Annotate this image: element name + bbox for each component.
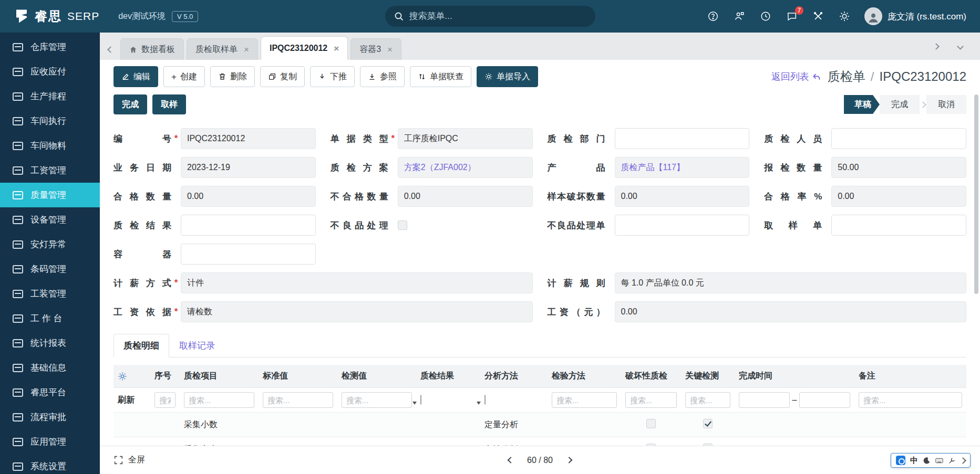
refresh-button[interactable]: 刷新	[118, 395, 135, 404]
back-to-list-link[interactable]: 返回列表	[771, 70, 821, 83]
product-input[interactable]	[615, 157, 750, 178]
copy-button[interactable]: 复制	[260, 66, 305, 87]
standard-filter-input[interactable]	[263, 392, 333, 408]
key-check-filter-input[interactable]	[685, 392, 730, 408]
settings-button[interactable]	[838, 10, 851, 23]
help-button[interactable]	[707, 10, 719, 23]
tab-sampling-record[interactable]: 取样记录	[169, 334, 225, 357]
sidebar-item-production-schedule[interactable]: 生产排程	[0, 84, 100, 109]
sidebar-item-workshop-execution[interactable]: 车间执行	[0, 109, 100, 133]
tabs-scroll-right-button[interactable]	[929, 36, 943, 57]
prev-page-button[interactable]	[503, 452, 519, 468]
report-qty-input[interactable]	[831, 157, 966, 178]
sidebar-item-receivable-payable[interactable]: 应收应付	[0, 59, 100, 84]
seq-filter-input[interactable]	[154, 392, 176, 408]
result-filter-select[interactable]	[420, 395, 421, 405]
tabs-scroll-left-button[interactable]	[103, 39, 118, 60]
ime-toolbar[interactable]: 中	[891, 453, 971, 468]
ime-expand-icon[interactable]	[960, 457, 966, 464]
destroy-qty-input[interactable]	[615, 186, 750, 207]
analysis-filter-select[interactable]	[484, 395, 486, 405]
fullscreen-button[interactable]: 全屏	[114, 455, 145, 466]
destructive-checkbox[interactable]	[646, 419, 656, 428]
menu-search[interactable]	[385, 6, 595, 27]
vertical-scrollbar[interactable]	[974, 94, 978, 294]
table-row[interactable]: 采集小数 定量分析	[114, 413, 966, 437]
sidebar-item-app-management[interactable]: 应用管理	[0, 429, 100, 454]
sidebar-item-workbench[interactable]: 工 作 台	[0, 306, 100, 331]
column-settings-icon[interactable]	[118, 372, 127, 381]
tab-qc-sampling[interactable]: 质检取样单 ×	[187, 38, 258, 60]
remark-filter-input[interactable]	[859, 392, 962, 408]
tab-ipqc23120012[interactable]: IPQC23120012 ×	[261, 36, 348, 60]
delete-button[interactable]: 删除	[210, 66, 255, 87]
sidebar-item-base-info[interactable]: 基础信息	[0, 355, 100, 380]
close-icon[interactable]: ×	[387, 45, 393, 54]
sidebar-item-andon[interactable]: 安灯异常	[0, 232, 100, 257]
fail-qty-input[interactable]	[398, 186, 533, 207]
sidebar-item-salary[interactable]: 工资管理	[0, 158, 100, 183]
sidebar-item-approval[interactable]: 流程审批	[0, 405, 100, 429]
method-filter-input[interactable]	[552, 392, 617, 408]
sidebar-item-equipment[interactable]: 设备管理	[0, 207, 100, 232]
pass-rate-input[interactable]	[831, 186, 966, 207]
pay-method-input[interactable]	[181, 272, 533, 293]
tab-dashboard[interactable]: 数据看板	[120, 38, 184, 60]
sample-action-button[interactable]: 取样	[152, 94, 186, 114]
defect-handle-checkbox[interactable]	[398, 220, 407, 230]
ime-moon-icon[interactable]	[923, 457, 931, 465]
next-page-button[interactable]	[561, 452, 577, 468]
sidebar-item-quality[interactable]: 质量管理	[0, 183, 100, 207]
sidebar-item-workshop-material[interactable]: 车间物料	[0, 133, 100, 158]
messages-button[interactable]: 7	[786, 10, 798, 23]
guide-button[interactable]	[733, 10, 746, 23]
finish-time-end-input[interactable]	[799, 392, 850, 408]
pay-rule-input[interactable]	[615, 272, 967, 293]
salary-yuan-input[interactable]	[615, 301, 967, 322]
sidebar-item-statistics[interactable]: 统计报表	[0, 331, 100, 355]
complete-action-button[interactable]: 完成	[114, 94, 147, 114]
ime-logo-icon[interactable]	[896, 456, 905, 465]
push-down-button[interactable]: 下推	[310, 66, 355, 87]
create-button[interactable]: + 创建	[163, 66, 205, 87]
qc-result-input[interactable]	[181, 215, 316, 236]
doc-import-button[interactable]: 单据导入	[477, 66, 538, 87]
close-icon[interactable]: ×	[244, 45, 249, 54]
qc-person-input[interactable]	[831, 128, 966, 149]
salary-basis-input[interactable]	[181, 301, 533, 322]
sidebar-item-barcode[interactable]: 条码管理	[0, 257, 100, 281]
user-menu[interactable]: 庞文清 (rs.test.com)	[864, 7, 966, 25]
key-check-checkbox[interactable]	[703, 419, 713, 428]
tabs-list-button[interactable]	[953, 36, 967, 57]
qc-plan-input[interactable]	[398, 157, 533, 178]
code-input[interactable]	[181, 128, 316, 149]
item-filter-input[interactable]	[184, 392, 254, 408]
doc-link-query-button[interactable]: 单据联查	[410, 66, 471, 87]
tools-button[interactable]	[812, 10, 824, 23]
doc-type-input[interactable]	[398, 128, 533, 149]
sidebar-item-system-settings[interactable]: 系统设置	[0, 454, 100, 474]
sidebar-item-platform[interactable]: 睿思平台	[0, 380, 100, 405]
table-row[interactable]: 采集文本 定性分析	[114, 437, 966, 446]
measured-filter-input[interactable]	[342, 392, 412, 408]
defect-doc-input[interactable]	[615, 215, 750, 236]
ime-language-toggle[interactable]: 中	[910, 456, 918, 466]
history-button[interactable]	[759, 10, 772, 23]
edit-button[interactable]: 编辑	[114, 66, 158, 87]
tab-qc-detail[interactable]: 质检明细	[114, 334, 169, 357]
menu-search-input[interactable]	[409, 11, 587, 22]
biz-date-input[interactable]	[181, 157, 316, 178]
ime-wrench-icon[interactable]	[948, 457, 956, 465]
tab-container3[interactable]: 容器3 ×	[350, 38, 401, 60]
reference-button[interactable]: 参照	[360, 66, 405, 87]
qc-dept-input[interactable]	[615, 128, 750, 149]
sample-doc-input[interactable]	[831, 215, 966, 236]
container-input[interactable]	[181, 244, 316, 265]
destructive-filter-input[interactable]	[625, 392, 677, 408]
ime-keyboard-icon[interactable]	[935, 457, 943, 465]
close-icon[interactable]: ×	[334, 44, 339, 53]
pass-qty-input[interactable]	[181, 186, 316, 207]
sidebar-item-tooling[interactable]: 工装管理	[0, 281, 100, 306]
sidebar-item-warehouse[interactable]: 仓库管理	[0, 35, 100, 59]
finish-time-start-input[interactable]	[739, 392, 790, 408]
